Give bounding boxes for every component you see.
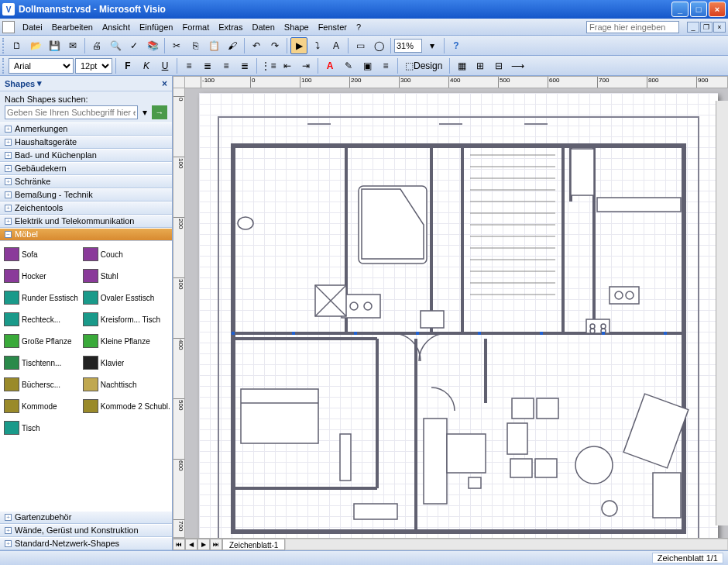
shapes-search-input[interactable] bbox=[5, 105, 138, 119]
cut-button[interactable]: ✂ bbox=[168, 37, 185, 54]
distribute-button[interactable]: ⊟ bbox=[490, 57, 507, 74]
shape-item[interactable]: Hocker bbox=[3, 266, 79, 286]
shape-item[interactable]: Sofa bbox=[3, 244, 79, 264]
category-bar[interactable]: +Haushaltsgeräte bbox=[0, 136, 172, 149]
shape-item[interactable]: Couch bbox=[82, 244, 171, 264]
shape-item[interactable]: Nachttisch bbox=[82, 374, 171, 394]
search-dropdown[interactable]: ▾ bbox=[139, 105, 150, 119]
italic-button[interactable]: K bbox=[138, 57, 155, 74]
shape-item[interactable]: Runder Esstisch bbox=[3, 288, 79, 308]
save-button[interactable]: 💾 bbox=[46, 37, 63, 54]
menu-fenster[interactable]: Fenster bbox=[314, 21, 352, 33]
doc-close-button[interactable]: × bbox=[713, 22, 726, 33]
category-bar[interactable]: +Anmerkungen bbox=[0, 122, 172, 136]
bullets-button[interactable]: ⋮≡ bbox=[260, 57, 277, 74]
category-bar[interactable]: +Zeichentools bbox=[0, 202, 172, 215]
tab-prev-button[interactable]: ◀ bbox=[185, 539, 197, 550]
shapes-close-button[interactable]: × bbox=[162, 78, 167, 89]
doc-minimize-button[interactable]: _ bbox=[687, 22, 699, 33]
page-tab[interactable]: Zeichenblatt-1 bbox=[222, 539, 285, 550]
line-color-button[interactable]: ✎ bbox=[340, 57, 357, 74]
minimize-button[interactable]: _ bbox=[671, 2, 689, 17]
shape-item[interactable]: Tischtenn... bbox=[3, 353, 79, 373]
connector-tool-button[interactable]: ⤵ bbox=[309, 37, 326, 54]
shape-item[interactable]: Große Pflanze bbox=[3, 331, 79, 351]
shape-item[interactable]: Kommode bbox=[3, 396, 79, 416]
layers-button[interactable]: ▦ bbox=[453, 57, 470, 74]
pointer-tool-button[interactable]: ▶ bbox=[290, 37, 307, 54]
spelling-button[interactable]: ✓ bbox=[125, 37, 143, 54]
menu-extras[interactable]: Extras bbox=[214, 21, 247, 33]
line-weight-button[interactable]: ≡ bbox=[377, 57, 394, 74]
redo-button[interactable]: ↷ bbox=[266, 37, 283, 54]
zoom-input[interactable] bbox=[394, 39, 422, 53]
menu-format[interactable]: Format bbox=[177, 21, 214, 33]
menu-daten[interactable]: Daten bbox=[247, 21, 279, 33]
undo-button[interactable]: ↶ bbox=[248, 37, 265, 54]
shape-item[interactable]: Kommode 2 Schubl. bbox=[82, 396, 171, 416]
new-button[interactable]: 🗋 bbox=[9, 37, 26, 54]
vertical-ruler[interactable]: 0100200300400500600700 bbox=[173, 88, 185, 538]
doc-restore-button[interactable]: ❐ bbox=[700, 22, 713, 33]
tab-first-button[interactable]: ⏮ bbox=[173, 539, 185, 550]
shape-item[interactable]: Kleine Pflanze bbox=[82, 331, 171, 351]
decrease-indent-button[interactable]: ⇤ bbox=[279, 57, 296, 74]
font-combo[interactable]: Arial bbox=[9, 58, 74, 74]
menu-shape[interactable]: Shape bbox=[280, 21, 314, 33]
align-left-button[interactable]: ≡ bbox=[180, 57, 197, 74]
align-shapes-button[interactable]: ⊞ bbox=[472, 57, 489, 74]
category-bar[interactable]: +Schränke bbox=[0, 175, 172, 188]
bold-button[interactable]: F bbox=[119, 57, 136, 74]
shape-item[interactable]: Ovaler Esstisch bbox=[82, 288, 171, 308]
category-bar[interactable]: +Gebäudekern bbox=[0, 162, 172, 175]
horizontal-scrollbar[interactable] bbox=[285, 539, 728, 550]
category-bar[interactable]: +Gartenzubehör bbox=[0, 511, 172, 524]
copy-button[interactable]: ⎘ bbox=[187, 37, 204, 54]
close-button[interactable]: × bbox=[709, 2, 726, 17]
help-search-input[interactable] bbox=[586, 21, 679, 33]
category-bar[interactable]: +Wände, Gerüst und Konstruktion bbox=[0, 524, 172, 537]
print-button[interactable]: 🖨 bbox=[88, 37, 105, 54]
ellipse-tool-button[interactable]: ◯ bbox=[370, 37, 387, 54]
underline-button[interactable]: U bbox=[156, 57, 173, 74]
menu-ansicht[interactable]: Ansicht bbox=[98, 21, 135, 33]
open-button[interactable]: 📂 bbox=[27, 37, 44, 54]
print-preview-button[interactable]: 🔍 bbox=[107, 37, 124, 54]
rectangle-tool-button[interactable]: ▭ bbox=[352, 37, 369, 54]
toolbar-grip[interactable] bbox=[2, 38, 5, 53]
align-center-button[interactable]: ≣ bbox=[199, 57, 216, 74]
category-bar[interactable]: +Standard-Netzwerk-Shapes bbox=[0, 537, 172, 550]
connect-shapes-button[interactable]: ⟶ bbox=[509, 57, 526, 74]
horizontal-ruler[interactable]: -1000100200300400500600700800900 bbox=[185, 76, 728, 88]
shape-item[interactable]: Rechteck... bbox=[3, 309, 79, 329]
help-button[interactable]: ? bbox=[448, 37, 465, 54]
font-color-button[interactable]: A bbox=[321, 57, 338, 74]
maximize-button[interactable]: □ bbox=[690, 2, 707, 17]
fill-color-button[interactable]: ▣ bbox=[359, 57, 376, 74]
shape-item[interactable]: Büchersc... bbox=[3, 374, 79, 394]
shape-item[interactable]: Tisch bbox=[3, 418, 79, 438]
shape-item[interactable]: Stuhl bbox=[82, 266, 171, 286]
increase-indent-button[interactable]: ⇥ bbox=[297, 57, 314, 74]
menu-help[interactable]: ? bbox=[352, 21, 366, 33]
format-painter-button[interactable]: 🖌 bbox=[224, 37, 241, 54]
toolbar-grip[interactable] bbox=[2, 58, 5, 74]
category-moebel[interactable]: −Möbel bbox=[0, 228, 172, 241]
paste-button[interactable]: 📋 bbox=[205, 37, 222, 54]
text-tool-button[interactable]: A bbox=[328, 37, 345, 54]
align-justify-button[interactable]: ≣ bbox=[236, 57, 253, 74]
zoom-dropdown[interactable]: ▾ bbox=[424, 37, 441, 54]
drawing-area[interactable] bbox=[185, 88, 728, 538]
category-bar[interactable]: +Elektrik und Telekommunikation bbox=[0, 215, 172, 228]
menu-bearbeiten[interactable]: Bearbeiten bbox=[47, 21, 98, 33]
tab-next-button[interactable]: ▶ bbox=[197, 539, 210, 550]
research-button[interactable]: 📚 bbox=[144, 37, 161, 54]
align-right-button[interactable]: ≡ bbox=[218, 57, 235, 74]
menu-datei[interactable]: Datei bbox=[18, 21, 47, 33]
size-combo[interactable]: 12pt bbox=[75, 58, 112, 74]
tab-last-button[interactable]: ⏭ bbox=[210, 539, 222, 550]
shape-item[interactable]: Kreisform... Tisch bbox=[82, 309, 171, 329]
mail-button[interactable]: ✉ bbox=[64, 37, 81, 54]
design-button[interactable]: ⬚ Design bbox=[401, 57, 446, 74]
shape-item[interactable]: Klavier bbox=[82, 353, 171, 373]
